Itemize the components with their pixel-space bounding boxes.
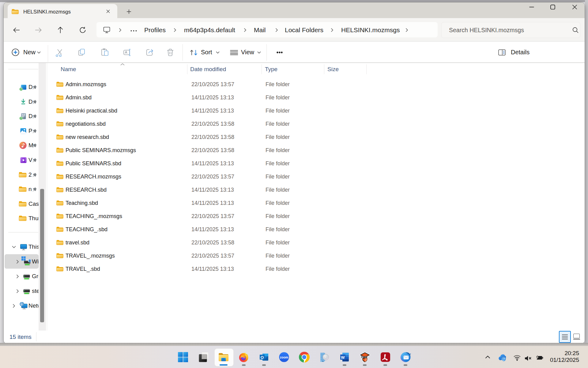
svg-text:zoom: zoom	[280, 355, 288, 359]
svg-text:W: W	[341, 355, 345, 360]
svg-text:O: O	[261, 355, 264, 360]
